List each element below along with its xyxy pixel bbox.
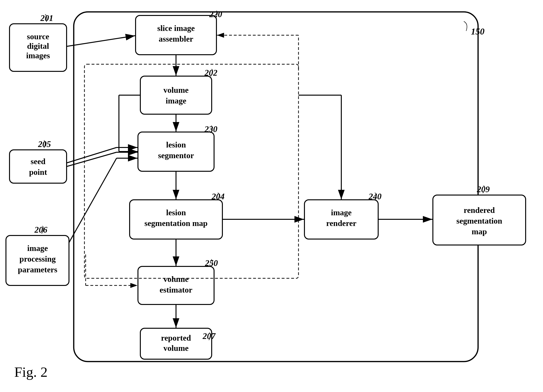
svg-text:estimator: estimator <box>160 285 192 294</box>
svg-text:digital: digital <box>27 42 49 51</box>
svg-text:206: 206 <box>34 225 47 234</box>
svg-text:volume: volume <box>163 275 189 284</box>
svg-text:lesion: lesion <box>166 208 186 217</box>
svg-text:renderer: renderer <box>326 219 356 228</box>
svg-text:segmentation map: segmentation map <box>144 219 207 228</box>
svg-text:lesion: lesion <box>166 140 186 149</box>
svg-text:segmentation: segmentation <box>456 216 502 225</box>
svg-line-61 <box>69 158 117 243</box>
svg-text:map: map <box>472 227 487 236</box>
svg-text:segmentor: segmentor <box>158 151 194 160</box>
svg-text:volume: volume <box>163 344 189 352</box>
svg-text:processing: processing <box>19 255 56 263</box>
svg-text:reported: reported <box>161 334 191 342</box>
svg-text:volume: volume <box>163 86 189 94</box>
svg-line-49 <box>67 36 135 46</box>
svg-text:image: image <box>27 244 48 253</box>
svg-rect-11 <box>140 76 212 114</box>
svg-text:image: image <box>331 208 352 217</box>
svg-text:assembler: assembler <box>159 34 193 43</box>
svg-text:seed: seed <box>31 157 45 166</box>
svg-text:slice image: slice image <box>157 24 195 33</box>
svg-text:parameters: parameters <box>18 265 57 274</box>
svg-text:rendered: rendered <box>464 206 495 215</box>
svg-text:images: images <box>26 51 50 60</box>
svg-text:image: image <box>166 96 187 105</box>
svg-rect-15 <box>10 150 67 183</box>
svg-text:point: point <box>29 168 47 176</box>
svg-text:150: 150 <box>471 26 485 36</box>
figure-label: Fig. 2 <box>14 364 48 380</box>
svg-text:source: source <box>27 32 49 41</box>
